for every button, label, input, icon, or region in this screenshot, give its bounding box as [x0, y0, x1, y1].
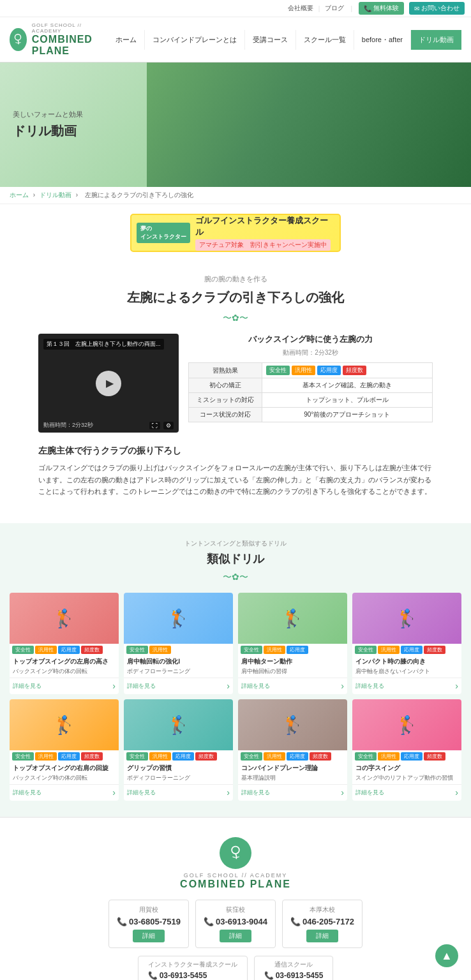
drill-card-link-6[interactable]: 詳細を見る [124, 784, 233, 801]
breadcrumb-drills[interactable]: ドリル動画 [40, 191, 71, 198]
school-detail-btn-0[interactable]: 詳細 [133, 930, 165, 942]
table-label-0: 習熟効果 [189, 363, 262, 378]
online-phone-1: 📞03-6913-5455 [264, 971, 324, 980]
breadcrumb-home[interactable]: ホーム [10, 191, 29, 198]
drill-card-link-7[interactable]: 詳細を見る [238, 784, 347, 801]
nav-about[interactable]: コンバインドプレーンとは [145, 30, 245, 50]
drill-card-sub-1: バックスイング時の体の回転 [10, 667, 119, 678]
tag: 応用度 [287, 646, 308, 654]
contact-btn[interactable]: ✉ お問い合わせ [409, 2, 465, 15]
drill-card-3: 🏌️ 安全性 汎用性 応用度 肩中軸ターン動作 肩中軸回転の習得 詳細を見る [238, 593, 347, 694]
drill-thumb-5: 🏌️ [10, 699, 119, 750]
drill-thumb-6: 🏌️ [124, 699, 233, 750]
tag-safety: 安全性 [266, 366, 290, 375]
school-yugaoka: 用賀校 📞03-6805-7519 詳細 [108, 900, 189, 948]
drill-card-6: 🏌️ 安全性 汎用性 応用度 頻度数 グリップの習慣 ボディフローラーニング 詳… [124, 699, 233, 801]
breadcrumb-current: 左腕によるクラブの引き下ろしの強化 [85, 191, 193, 198]
drill-card-title-6: グリップの習慣 [124, 762, 233, 774]
free-trial-btn[interactable]: 📞 無料体験 [359, 2, 404, 15]
content-row: 第１３回 左腕上腕引き下ろし動作の両面... 動画時間：2分32秒 ⛶ ⚙ バッ… [38, 334, 433, 433]
online-name-0: インストラクター養成スクール [148, 960, 237, 969]
tag-application: 応用度 [317, 366, 341, 375]
drill-tags-2: 安全性 汎用性 [124, 644, 233, 656]
school-detail-btn-2[interactable]: 詳細 [306, 930, 338, 942]
header: GOLF SCHOOL // ACADEMY COMBINED PLANE ホー… [0, 17, 471, 63]
info-box: バックスイング時に使う左腕の力 動画時間：2分32秒 習熟効果 安全性 汎用性 … [188, 334, 433, 433]
drill-thumb-2: 🏌️ [124, 593, 233, 644]
footer-logo-icon [220, 837, 251, 869]
top-bar: 会社概要 | ブログ | 📞 無料体験 ✉ お問い合わせ [0, 0, 471, 17]
drill-tags-8: 安全性 汎用性 応用度 頻度数 [352, 750, 461, 762]
tag: 汎用性 [35, 646, 57, 654]
drill-card-sub-2: ボディフローラーニング [124, 667, 233, 678]
drill-card-title-2: 肩中軸回転の強化Ⅰ [124, 656, 233, 667]
nav-before-after[interactable]: before・after [354, 30, 411, 50]
hero-title: ドリル動画 [13, 122, 134, 140]
settings-btn[interactable]: ⚙ [163, 422, 174, 429]
tag: 応用度 [58, 752, 80, 761]
hero-image [147, 63, 471, 187]
drill-card-link-2[interactable]: 詳細を見る [124, 678, 233, 694]
banner-dream-label: 夢のインストラクター [137, 223, 190, 242]
drill-card-link-5[interactable]: 詳細を見る [10, 784, 119, 801]
campaign-banner[interactable]: 夢のインストラクター ゴルフインストラクター養成スクール アマチュア対象 割引き… [130, 214, 341, 252]
similar-divider: 〜✿〜 [10, 572, 461, 583]
banner-title: ゴルフインストラクター養成スクール [195, 215, 334, 238]
drill-card-sub-6: ボディフローラーニング [124, 774, 233, 784]
tag: 頻度数 [424, 752, 445, 761]
info-table: 習熟効果 安全性 汎用性 応用度 頻度数 初心の矯正 基本スイング確 [188, 362, 433, 422]
logo[interactable]: GOLF SCHOOL // ACADEMY COMBINED PLANE [10, 22, 108, 57]
tag: 汎用性 [264, 752, 285, 761]
page-top-button[interactable]: ▲ [435, 944, 458, 967]
school-ogikubo: 荻窪校 📞03-6913-9044 詳細 [195, 900, 276, 948]
drill-card-link-3[interactable]: 詳細を見る [238, 678, 347, 694]
tag: 安全性 [12, 646, 34, 654]
tag: 安全性 [126, 752, 148, 761]
article-area: 腕の腕の動きを作る 左腕によるクラブの引き下ろしの強化 〜✿〜 第１３回 左腕上… [0, 262, 471, 510]
company-link[interactable]: 会社概要 [288, 4, 313, 13]
drill-thumb-3: 🏌️ [238, 593, 347, 644]
tag: 汎用性 [378, 646, 400, 654]
nav-drills[interactable]: ドリル動画 [411, 30, 461, 50]
nav-home[interactable]: ホーム [108, 30, 145, 50]
drill-card-1: 🏌️ 安全性 汎用性 応用度 頻度数 トップオブスイングの左肩の高さ バックスイ… [10, 593, 119, 694]
tag-frequency: 頻度数 [343, 366, 366, 375]
video-player[interactable]: 第１３回 左腕上腕引き下ろし動作の両面... 動画時間：2分32秒 ⛶ ⚙ [38, 334, 179, 433]
footer-logo-main: COMBINED PLANE [180, 879, 291, 890]
schools-row: 用賀校 📞03-6805-7519 詳細 荻窪校 📞03-6913-9044 詳… [10, 900, 461, 948]
online-name-1: 通信スクール [264, 960, 324, 969]
drill-card-5: 🏌️ 安全性 汎用性 応用度 頻度数 トップオブスイングの右肩の回旋 バックスイ… [10, 699, 119, 801]
drill-card-sub-4: 肩中軸を崩さないインパクト [352, 667, 461, 678]
tag: 汎用性 [149, 752, 171, 761]
drill-tags-4: 安全性 汎用性 応用度 頻度数 [352, 644, 461, 656]
drill-card-link-4[interactable]: 詳細を見る [352, 678, 461, 694]
play-button[interactable] [96, 371, 121, 396]
school-name-0: 用賀校 [117, 905, 181, 914]
nav-courses[interactable]: 受講コース [245, 30, 296, 50]
drill-tags-1: 安全性 汎用性 応用度 頻度数 [10, 644, 119, 656]
tag: 頻度数 [195, 752, 217, 761]
blog-link[interactable]: ブログ [325, 4, 344, 13]
drill-card-title-5: トップオブスイングの右肩の回旋 [10, 762, 119, 774]
banner-area: 夢のインストラクター ゴルフインストラクター養成スクール アマチュア対象 割引き… [0, 204, 471, 262]
drill-card-link-1[interactable]: 詳細を見る [10, 678, 119, 694]
nav-schools[interactable]: スクール一覧 [296, 30, 354, 50]
similar-section: トントンスイングと類似するドリル 類似ドリル 〜✿〜 🏌️ 安全性 汎用性 応用… [0, 523, 471, 817]
school-detail-btn-1[interactable]: 詳細 [220, 930, 251, 942]
tag-versatility: 汎用性 [292, 366, 315, 375]
drill-card-2: 🏌️ 安全性 汎用性 肩中軸回転の強化Ⅰ ボディフローラーニング 詳細を見る [124, 593, 233, 694]
hero: 美しいフォームと効果 ドリル動画 [0, 63, 471, 187]
fullscreen-btn[interactable]: ⛶ [149, 422, 160, 429]
drill-card-sub-8: スイング中のリフトアップ動作の習慣 [352, 774, 461, 784]
online-instructor: インストラクター養成スクール 📞03-6913-5455 [138, 956, 248, 980]
section-title: 左腕主体で行うクラブの振り下ろし [38, 445, 433, 457]
drill-card-title-1: トップオブスイングの左肩の高さ [10, 656, 119, 667]
drill-card-link-8[interactable]: 詳細を見る [352, 784, 461, 801]
tag: 応用度 [58, 646, 80, 654]
tag: 応用度 [172, 752, 194, 761]
info-title: バックスイング時に使う左腕の力 [188, 334, 433, 345]
tag: 安全性 [355, 646, 377, 654]
drill-grid: 🏌️ 安全性 汎用性 応用度 頻度数 トップオブスイングの左肩の高さ バックスイ… [10, 593, 461, 801]
tag: 頻度数 [81, 646, 103, 654]
footer-logo-sub: GOLF SCHOOL // ACADEMY [184, 872, 288, 879]
